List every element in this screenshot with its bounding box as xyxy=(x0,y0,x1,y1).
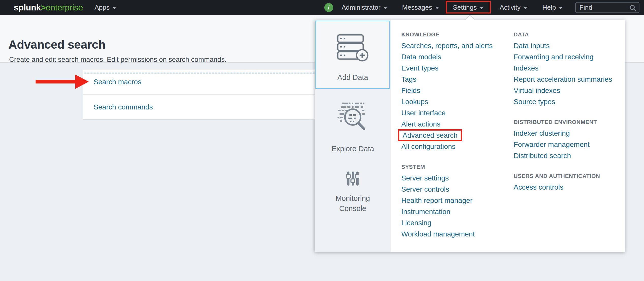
menu-link-user-interface[interactable]: User interface xyxy=(401,107,511,119)
nav-messages-menu[interactable]: Messages xyxy=(402,0,439,15)
page-subtitle: Create and edit search macros. Edit perm… xyxy=(9,56,226,64)
nav-activity-menu[interactable]: Activity xyxy=(500,0,527,15)
dropdown-links-column-2: DATAData inputsForwarding and receivingI… xyxy=(514,29,623,193)
logo-angle-icon: > xyxy=(41,3,46,12)
splunk-app-window: splunk>enterprise Apps i Administrator M… xyxy=(0,0,644,281)
menu-link-access-controls[interactable]: Access controls xyxy=(514,182,623,193)
tile-add-data-label: Add Data xyxy=(316,72,389,82)
chevron-down-icon xyxy=(112,7,116,9)
nav-administrator-menu[interactable]: Administrator xyxy=(342,0,387,15)
find-search-box xyxy=(575,2,639,13)
panel-row: Search macros xyxy=(83,69,337,94)
menu-link-all-configurations[interactable]: All configurations xyxy=(401,141,511,152)
splunk-logo[interactable]: splunk>enterprise xyxy=(14,0,83,15)
menu-section-header-data: DATA xyxy=(514,29,623,40)
annotation-arrow-shaft xyxy=(36,80,76,83)
menu-section-header-distributed-environment: DISTRIBUTED ENVIRONMENT xyxy=(514,117,623,128)
menu-link-alert-actions[interactable]: Alert actions xyxy=(401,119,511,130)
menu-link-fields[interactable]: Fields xyxy=(401,85,511,96)
monitoring-console-icon xyxy=(346,171,359,186)
tile-explore-data-label: Explore Data xyxy=(315,144,391,154)
menu-link-report-acceleration-summaries[interactable]: Report acceleration summaries xyxy=(514,74,623,85)
logo-brand: splunk xyxy=(14,3,41,12)
nav-apps-menu[interactable]: Apps xyxy=(95,0,116,15)
menu-link-tags[interactable]: Tags xyxy=(401,74,511,85)
chevron-down-icon xyxy=(480,7,484,9)
menu-link-searches-reports-and-alerts[interactable]: Searches, reports, and alerts xyxy=(401,40,511,51)
logo-product: enterprise xyxy=(46,3,83,12)
chevron-down-icon xyxy=(383,7,387,9)
find-search-input[interactable] xyxy=(579,3,625,12)
menu-link-licensing[interactable]: Licensing xyxy=(401,217,511,229)
menu-link-health-report-manager[interactable]: Health report manager xyxy=(401,195,511,206)
menu-link-indexes[interactable]: Indexes xyxy=(514,63,623,74)
chevron-down-icon xyxy=(559,7,563,9)
tile-explore-data[interactable]: Explore Data xyxy=(315,101,391,154)
nav-settings-menu[interactable]: Settings xyxy=(453,0,484,15)
menu-link-source-types[interactable]: Source types xyxy=(514,96,623,107)
menu-link-lookups[interactable]: Lookups xyxy=(401,96,511,107)
panel-link-search-macros[interactable]: Search macros xyxy=(94,78,141,86)
advanced-search-panel: Search macrosSearch commands xyxy=(83,69,337,120)
info-icon[interactable]: i xyxy=(324,3,333,12)
page-title: Advanced search xyxy=(8,37,105,51)
panel-link-search-commands[interactable]: Search commands xyxy=(94,103,153,111)
menu-link-advanced-search[interactable]: Advanced search xyxy=(401,130,511,141)
annotation-arrow xyxy=(36,75,89,89)
menu-link-instrumentation[interactable]: Instrumentation xyxy=(401,206,511,217)
menu-link-distributed-search[interactable]: Distributed search xyxy=(514,150,623,161)
dropdown-tile-column: Add Data xyxy=(315,20,391,252)
menu-link-data-inputs[interactable]: Data inputs xyxy=(514,40,623,51)
menu-link-server-settings[interactable]: Server settings xyxy=(401,173,511,184)
tile-monitoring-console[interactable]: Monitoring Console xyxy=(315,171,391,214)
top-navbar: splunk>enterprise Apps i Administrator M… xyxy=(0,0,644,15)
settings-dropdown-menu: Add Data xyxy=(315,20,625,252)
chevron-down-icon xyxy=(435,7,439,9)
menu-section-header-knowledge: KNOWLEDGE xyxy=(401,29,511,40)
tile-monitoring-console-label: Monitoring Console xyxy=(331,193,374,214)
panel-row: Search commands xyxy=(83,94,337,119)
menu-link-data-models[interactable]: Data models xyxy=(401,51,511,63)
menu-link-forwarder-management[interactable]: Forwarder management xyxy=(514,139,623,150)
menu-link-workload-management[interactable]: Workload management xyxy=(401,229,511,240)
dropdown-links-column-1: KNOWLEDGESearches, reports, and alertsDa… xyxy=(401,29,511,240)
menu-link-event-types[interactable]: Event types xyxy=(401,63,511,74)
search-icon xyxy=(630,5,636,11)
chevron-down-icon xyxy=(523,7,527,9)
menu-link-forwarding-and-receiving[interactable]: Forwarding and receiving xyxy=(514,51,623,63)
menu-link-indexer-clustering[interactable]: Indexer clustering xyxy=(514,128,623,139)
tile-add-data[interactable]: Add Data xyxy=(315,21,390,89)
menu-section-header-system: SYSTEM xyxy=(401,161,511,173)
explore-data-icon xyxy=(337,101,369,132)
nav-help-menu[interactable]: Help xyxy=(542,0,563,15)
menu-link-virtual-indexes[interactable]: Virtual indexes xyxy=(514,85,623,96)
add-data-icon xyxy=(337,34,369,62)
menu-section-header-users-and-authentication: USERS AND AUTHENTICATION xyxy=(514,171,623,182)
menu-link-server-controls[interactable]: Server controls xyxy=(401,184,511,195)
